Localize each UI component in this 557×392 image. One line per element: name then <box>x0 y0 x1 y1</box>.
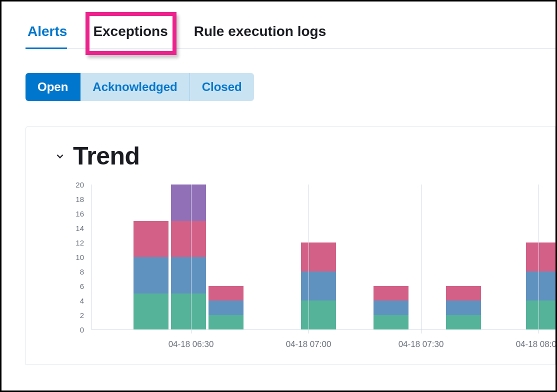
bar <box>526 242 557 330</box>
x-tick-label: 04-18 07:30 <box>398 340 444 350</box>
x-tick-label: 04-18 07:00 <box>286 340 332 350</box>
y-tick: 18 <box>76 195 84 204</box>
bar-segment-pink <box>171 221 206 258</box>
y-tick: 16 <box>76 210 84 218</box>
bar-segment-blue <box>301 272 336 300</box>
bars-container <box>91 184 555 330</box>
y-tick: 2 <box>80 311 84 320</box>
bar-segment-blue <box>526 272 557 300</box>
bar-segment-green <box>208 315 244 330</box>
bar-segment-green <box>446 315 481 330</box>
bar-segment-pink <box>134 221 168 258</box>
tab-rule-logs[interactable]: Rule execution logs <box>192 20 336 48</box>
bar <box>374 286 408 330</box>
y-tick: 14 <box>76 224 84 232</box>
status-filter-group: OpenAcknowledgedClosed <box>26 73 254 101</box>
y-tick: 20 <box>76 180 84 189</box>
x-gridline <box>421 184 422 334</box>
y-tick: 12 <box>76 238 84 247</box>
panel-title: Trend <box>73 142 140 170</box>
bar-segment-pink <box>446 286 481 300</box>
y-tick: 0 <box>80 326 84 334</box>
bar-segment-blue <box>374 300 408 315</box>
y-tick: 4 <box>80 296 84 305</box>
chart-plot-area <box>91 184 555 330</box>
trend-panel-toggle[interactable]: Trend <box>55 142 555 170</box>
x-axis-labels: 04-18 06:3004-18 07:0004-18 07:3004-18 0… <box>91 340 555 354</box>
bar-segment-blue <box>446 300 481 315</box>
bar <box>208 286 244 330</box>
bar-segment-purple <box>171 184 206 221</box>
bar-segment-pink <box>208 286 244 300</box>
tabs: AlertsExceptionsRule execution logs <box>26 20 556 49</box>
x-gridline <box>538 184 539 334</box>
filter-closed[interactable]: Closed <box>190 73 254 101</box>
x-gridline <box>308 184 309 334</box>
filter-open[interactable]: Open <box>26 73 80 101</box>
trend-panel: Trend 02468101214161820 04-18 06:3004-18… <box>26 126 556 365</box>
bar <box>301 242 336 330</box>
x-gridline <box>191 184 192 334</box>
bar-segment-blue <box>208 300 244 315</box>
chevron-down-icon <box>55 151 65 161</box>
bar-segment-blue <box>171 257 206 294</box>
tab-exceptions[interactable]: Exceptions <box>91 20 178 48</box>
bar <box>171 184 206 330</box>
bar-segment-green <box>171 294 206 330</box>
bar <box>134 221 168 330</box>
trend-chart: 02468101214161820 04-18 06:3004-18 07:00… <box>41 184 555 364</box>
y-tick: 10 <box>76 253 84 262</box>
x-tick-label: 04-18 06:30 <box>168 340 214 350</box>
y-tick: 8 <box>80 268 84 276</box>
bar-segment-green <box>301 300 336 330</box>
tab-alerts[interactable]: Alerts <box>26 20 77 48</box>
bar-segment-blue <box>134 257 168 294</box>
bar <box>446 286 481 330</box>
bar-segment-pink <box>374 286 408 300</box>
bar-segment-green <box>134 294 168 330</box>
y-axis: 02468101214161820 <box>41 184 91 330</box>
x-tick-label: 04-18 08:00 <box>516 340 557 350</box>
y-tick: 6 <box>80 282 84 290</box>
bar-segment-pink <box>301 242 336 272</box>
filter-ack[interactable]: Acknowledged <box>80 73 190 101</box>
bar-segment-green <box>526 300 557 330</box>
bar-segment-pink <box>526 242 557 272</box>
bar-segment-green <box>374 315 408 330</box>
